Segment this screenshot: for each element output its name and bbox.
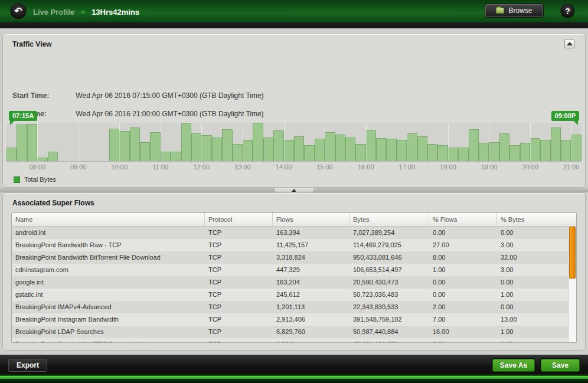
chart-plot-area[interactable] xyxy=(6,123,582,162)
collapse-panel-button[interactable] xyxy=(564,39,574,48)
chart-bar xyxy=(397,123,407,161)
chart-bar xyxy=(284,123,294,161)
cell-flows: 1,201,113 xyxy=(273,301,349,313)
cell-bytes: 22,343,830,533 xyxy=(349,301,429,313)
x-axis-tick-label: 19:00 xyxy=(481,163,498,171)
cell-flows: 9,533 xyxy=(273,338,349,342)
save-as-button[interactable]: Save As xyxy=(492,359,535,372)
cell-bytes: 950,433,081,646 xyxy=(349,251,429,264)
breadcrumb: Live Profile » 13Hrs42mins xyxy=(33,7,139,17)
chart-bar xyxy=(509,123,520,161)
end-time-badge[interactable]: 09:00P xyxy=(551,111,579,121)
chart-gridline xyxy=(37,123,38,161)
cell-pct-flows: 7.00 xyxy=(429,313,497,326)
breadcrumb-section[interactable]: Live Profile xyxy=(33,8,74,17)
chart-bar xyxy=(366,123,376,161)
panel-splitter[interactable] xyxy=(0,188,588,192)
export-button[interactable]: Export xyxy=(8,359,47,372)
cell-protocol: TCP xyxy=(205,289,273,301)
chart-bar xyxy=(489,123,499,161)
cell-pct-bytes: 0.00 xyxy=(497,276,568,289)
chart-bar xyxy=(212,123,222,161)
cell-pct-bytes: 3.00 xyxy=(497,239,568,251)
save-button[interactable]: Save xyxy=(541,359,580,372)
chart-bar xyxy=(109,123,119,161)
page-title: 13Hrs42mins xyxy=(92,8,139,17)
table-row[interactable]: BreakingPoint Bandwidth Raw - TCPTCP11,4… xyxy=(12,239,568,251)
browse-button[interactable]: Browse xyxy=(485,4,543,17)
help-button[interactable]: ? xyxy=(560,4,575,18)
table-row[interactable]: android.intTCP163,3947,027,389,2540.000.… xyxy=(12,227,568,239)
chart-legend: Total Bytes xyxy=(14,176,56,183)
cell-pct-bytes: 13.00 xyxy=(497,313,568,326)
splitter-grip[interactable] xyxy=(275,188,313,192)
chart-bar xyxy=(273,123,283,161)
cell-flows: 11,425,157 xyxy=(273,239,349,251)
x-axis-tick-label: 10:00 xyxy=(112,163,128,171)
x-axis-tick-label: 11:00 xyxy=(153,163,169,171)
table-row[interactable]: BreakingPoint Bandwidth BitTorrent File … xyxy=(12,251,568,264)
cell-name: BreakingPoint IMAPv4-Advanced xyxy=(12,301,205,313)
undo-arrow-icon: ↶ xyxy=(14,6,22,16)
cell-protocol: TCP xyxy=(205,301,273,313)
chart-bar xyxy=(37,123,47,161)
cell-protocol: TCP xyxy=(205,264,273,276)
table-row[interactable]: BreakingPoint Bandwidth HTTP Request Uri… xyxy=(12,338,568,342)
column-header-flows[interactable]: Flows xyxy=(273,213,349,226)
start-time-field: Start Time: Wed Apr 06 2016 07:15:00 GMT… xyxy=(12,91,264,100)
cell-name: BreakingPoint Bandwidth HTTP Request Uri xyxy=(12,338,205,342)
table-scrollbar[interactable] xyxy=(568,227,576,342)
table-row[interactable]: google.intTCP163,20420,590,430,4730.000.… xyxy=(12,276,568,289)
cell-flows: 163,204 xyxy=(273,276,349,289)
cell-flows: 6,829,760 xyxy=(273,326,349,338)
chart-bar xyxy=(520,123,530,161)
column-header-pct-flows[interactable]: % Flows xyxy=(429,213,497,226)
table-body: android.intTCP163,3947,027,389,2540.000.… xyxy=(12,227,568,342)
x-axis-tick-label: 21:00 xyxy=(563,163,580,171)
start-time-badge[interactable]: 07:15A xyxy=(9,111,37,121)
table-row[interactable]: BreakingPoint LDAP SearchesTCP6,829,7605… xyxy=(12,326,568,338)
chart-bar xyxy=(571,123,581,161)
cell-pct-flows: 0.00 xyxy=(429,227,497,239)
chart-bars xyxy=(6,123,582,161)
chart-bar xyxy=(479,123,489,161)
x-axis-tick-label: 18:00 xyxy=(440,163,456,171)
traffic-view-title: Traffic View xyxy=(12,40,51,48)
cell-bytes: 114,469,279,025 xyxy=(349,239,429,251)
scrollbar-thumb[interactable] xyxy=(569,227,576,279)
cell-bytes: 391,548,759,102 xyxy=(349,313,429,326)
cell-flows: 3,318,824 xyxy=(273,251,349,264)
table-row[interactable]: cdninstagram.comTCP447,329106,653,514,49… xyxy=(12,264,568,276)
chart-bar xyxy=(345,123,355,161)
chart-bar xyxy=(386,123,396,161)
chart-bar xyxy=(201,123,211,161)
chart-bar xyxy=(181,123,191,161)
cell-pct-bytes: 0.00 xyxy=(497,227,568,239)
cell-flows: 447,329 xyxy=(273,264,349,276)
x-axis-tick-label: 09:00 xyxy=(70,163,87,171)
chart-gridline xyxy=(407,123,407,161)
chart-bar xyxy=(551,123,561,161)
chart-bar xyxy=(6,123,17,161)
chart-gridline xyxy=(325,123,325,161)
column-header-pct-bytes[interactable]: % Bytes xyxy=(497,213,576,226)
cell-pct-bytes: 32.00 xyxy=(497,251,568,264)
table-row[interactable]: BreakingPoint Instagram BandwidthTCP2,91… xyxy=(12,313,568,326)
chart-gridline xyxy=(489,123,489,161)
x-axis-tick-label: 08:00 xyxy=(29,163,45,171)
traffic-chart: 07:15A 09:00P 08:0009:0010:0011:0012:001… xyxy=(6,110,582,175)
cell-protocol: TCP xyxy=(205,251,273,264)
column-header-protocol[interactable]: Protocol xyxy=(205,213,273,226)
chart-gridline xyxy=(79,123,79,161)
cell-flows: 2,913,406 xyxy=(273,313,349,326)
table-row[interactable]: BreakingPoint IMAPv4-AdvancedTCP1,201,11… xyxy=(12,301,568,313)
chart-bar xyxy=(79,123,89,161)
chart-bar xyxy=(561,123,571,161)
chart-gridline xyxy=(119,123,120,161)
back-button[interactable]: ↶ xyxy=(10,3,27,19)
chart-bar xyxy=(530,123,540,161)
column-header-name[interactable]: Name xyxy=(12,213,205,226)
chart-bar xyxy=(140,123,150,161)
table-row[interactable]: gstatic.intTCP245,61250,723,036,4830.001… xyxy=(12,289,568,301)
column-header-bytes[interactable]: Bytes xyxy=(349,213,429,226)
